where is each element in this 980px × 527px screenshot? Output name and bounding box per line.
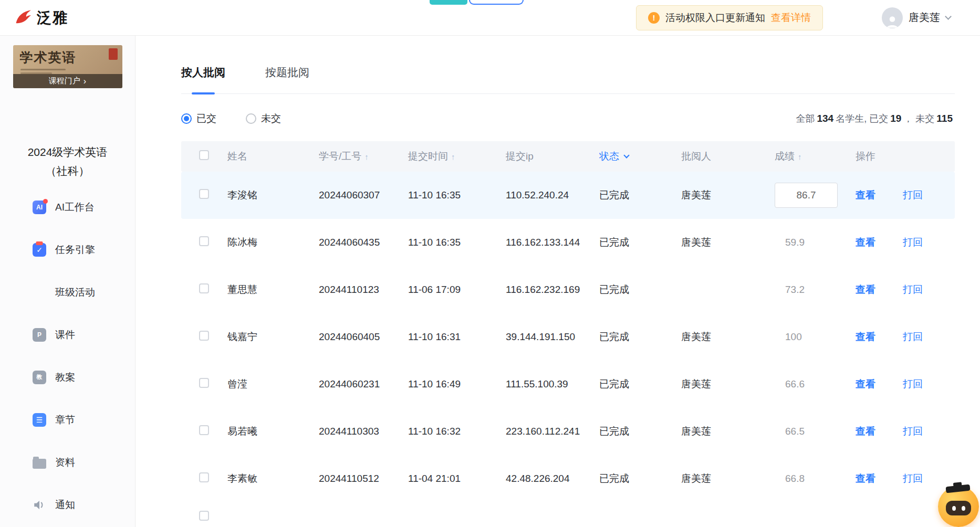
col-status-filter[interactable]: 状态	[599, 150, 681, 163]
course-name: 2024级学术英语 （社科）	[0, 143, 135, 181]
row-checkbox[interactable]	[199, 425, 209, 435]
view-link[interactable]: 查看	[856, 425, 875, 438]
tab-review-by-person[interactable]: 按人批阅	[181, 65, 225, 93]
tab-review-by-question[interactable]: 按题批阅	[265, 65, 309, 93]
reject-link[interactable]: 打回	[903, 188, 923, 202]
col-score-sort[interactable]: 成绩↑	[775, 150, 856, 163]
row-checkbox[interactable]	[199, 378, 209, 388]
notification-text: 活动权限入口更新通知	[665, 11, 765, 25]
radio-unselected-icon[interactable]	[246, 113, 256, 124]
sidebar-item-courseware[interactable]: P 课件	[0, 313, 135, 356]
speaker-icon	[33, 498, 46, 512]
sidebar-item-task-engine[interactable]: 任务引擎	[0, 228, 135, 271]
student-stats: 全部134名学生, 已交19， 未交115	[796, 112, 955, 125]
view-link[interactable]: 查看	[856, 236, 875, 249]
submit-time: 11-10 16:49	[408, 378, 506, 390]
courseware-icon: P	[33, 328, 46, 342]
sort-asc-icon[interactable]: ↑	[451, 152, 455, 161]
sidebar-item-class-activity[interactable]: 班级活动	[0, 271, 135, 313]
row-checkbox[interactable]	[199, 511, 209, 521]
row-checkbox[interactable]	[199, 189, 209, 199]
avatar	[882, 7, 903, 28]
col-status-label: 状态	[599, 150, 619, 163]
reject-link[interactable]: 打回	[903, 377, 923, 391]
submit-time: 11-10 16:35	[408, 189, 506, 201]
row-checkbox[interactable]	[199, 472, 209, 482]
col-time-sort[interactable]: 提交时间↑	[408, 150, 506, 163]
filter-unsubmitted[interactable]: 未交	[246, 112, 281, 125]
select-all-checkbox[interactable]	[199, 150, 209, 160]
sidebar-item-notifications[interactable]: 通知	[0, 483, 135, 526]
score-input[interactable]	[775, 183, 838, 208]
warning-icon: !	[648, 12, 660, 24]
filter-submitted[interactable]: 已交	[181, 112, 216, 125]
reject-link[interactable]: 打回	[903, 472, 923, 486]
score-value: 66.8	[775, 473, 805, 484]
student-id: 20244110303	[319, 426, 408, 437]
submit-ip: 111.55.100.39	[506, 378, 599, 390]
view-link[interactable]: 查看	[856, 283, 875, 297]
sidebar-item-ai-workbench[interactable]: AI AI工作台	[0, 186, 135, 228]
reject-link[interactable]: 打回	[903, 283, 923, 297]
student-name: 钱嘉宁	[227, 330, 319, 344]
student-id: 20244060435	[319, 237, 408, 248]
student-name: 曾滢	[227, 377, 319, 391]
table-row: 李浚铭 20244060307 11-10 16:35 110.52.240.2…	[181, 172, 955, 219]
sidebar-item-label: AI工作台	[55, 201, 95, 214]
submit-ip: 116.162.232.169	[506, 284, 599, 296]
reject-link[interactable]: 打回	[903, 236, 923, 249]
status-value: 已完成	[599, 472, 681, 486]
student-id: 20244060307	[319, 189, 408, 201]
score-value: 73.2	[775, 284, 805, 296]
submit-ip: 110.52.240.24	[506, 189, 599, 201]
chevron-right-icon	[84, 77, 86, 86]
sidebar-item-chapters[interactable]: 章节	[0, 398, 135, 441]
chevron-down-icon	[945, 13, 952, 20]
chevron-down-icon	[623, 152, 629, 158]
radio-selected-icon[interactable]	[181, 113, 192, 124]
reject-link[interactable]: 打回	[903, 425, 923, 438]
top-header: 泛雅 ! 活动权限入口更新通知 查看详情 唐美莲	[0, 0, 980, 36]
reject-link[interactable]: 打回	[903, 330, 923, 344]
main-content: 按人批阅 按题批阅 已交 未交 全部134名学生, 已交19， 未交115 姓名…	[136, 36, 980, 527]
course-cover[interactable]: 学术英语 课程门户	[13, 45, 122, 88]
row-checkbox[interactable]	[199, 331, 209, 341]
brand[interactable]: 泛雅	[14, 7, 68, 28]
view-link[interactable]: 查看	[856, 188, 875, 202]
sidebar-item-lesson-plan[interactable]: 教 教案	[0, 356, 135, 398]
student-name: 李浚铭	[227, 188, 319, 202]
view-link[interactable]: 查看	[856, 377, 875, 391]
score-value: 66.6	[775, 378, 805, 390]
reviewer-value: 唐美莲	[681, 377, 775, 391]
status-value: 已完成	[599, 330, 681, 344]
filter-unsubmitted-label: 未交	[261, 112, 281, 125]
table-header-row: 姓名 学号/工号↑ 提交时间↑ 提交ip 状态 批阅人 成绩↑ 操作	[181, 141, 955, 172]
sort-asc-icon[interactable]: ↑	[364, 152, 369, 161]
notification-detail-link[interactable]: 查看详情	[771, 11, 811, 25]
sort-asc-icon[interactable]: ↑	[798, 152, 802, 161]
status-value: 已完成	[599, 188, 681, 202]
submit-time: 11-06 17:09	[408, 284, 506, 296]
sidebar-item-materials[interactable]: 资料	[0, 441, 135, 483]
top-clipped-element	[430, 0, 524, 5]
table-row: 董思慧 20244110123 11-06 17:09 116.162.232.…	[181, 266, 955, 313]
task-engine-icon	[33, 243, 46, 257]
course-cover-title: 学术英语	[13, 45, 122, 66]
student-id: 20244110123	[319, 284, 408, 296]
submit-ip: 39.144.191.150	[506, 331, 599, 343]
student-name: 董思慧	[227, 283, 319, 297]
view-link[interactable]: 查看	[856, 330, 875, 344]
col-time-label: 提交时间	[408, 151, 448, 162]
assistant-mascot[interactable]	[938, 486, 979, 527]
score-value: 100	[775, 331, 802, 343]
row-checkbox[interactable]	[199, 236, 209, 246]
user-menu[interactable]: 唐美莲	[882, 7, 951, 28]
sidebar-item-label: 教案	[55, 371, 75, 384]
view-link[interactable]: 查看	[856, 472, 875, 486]
sidebar: 学术英语 课程门户 2024级学术英语 （社科） AI AI工作台 任务引擎 班…	[0, 36, 135, 527]
course-portal-link[interactable]: 课程门户	[13, 74, 122, 88]
col-id-sort[interactable]: 学号/工号↑	[319, 150, 408, 163]
student-id: 20244060231	[319, 378, 408, 390]
table-row: 钱嘉宁 20244060405 11-10 16:31 39.144.191.1…	[181, 313, 955, 361]
row-checkbox[interactable]	[199, 283, 209, 293]
